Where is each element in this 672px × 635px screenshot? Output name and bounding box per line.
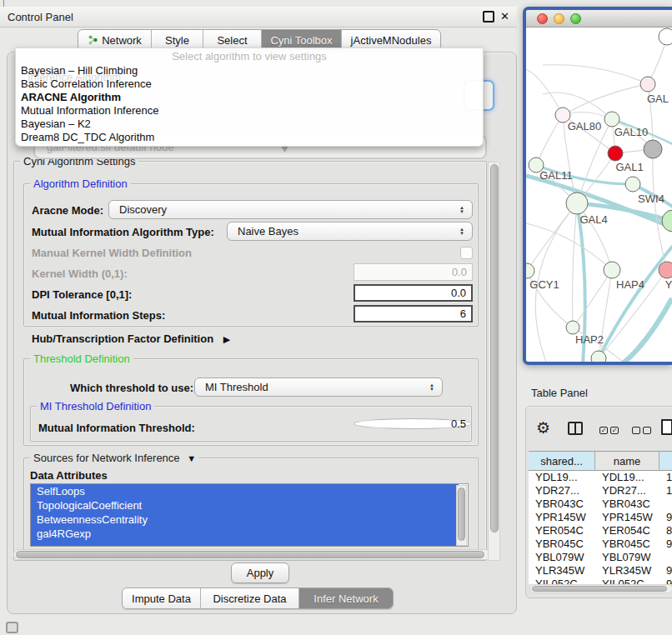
close-panel-icon[interactable]: ✕ <box>500 12 509 21</box>
algorithm-option-basic-correlation-inference[interactable]: Basic Correlation Inference <box>16 78 483 91</box>
table-horizontal-scrollbar[interactable] <box>529 584 672 593</box>
tab-infer-network[interactable]: Infer Network <box>299 588 393 608</box>
network-edge[interactable] <box>573 270 612 328</box>
network-window-titlebar[interactable] <box>526 10 672 28</box>
tab-discretize-data[interactable]: Discretize Data <box>201 588 299 608</box>
aracne-mode-select[interactable]: Discovery ▲▼ <box>108 200 473 219</box>
mi-threshold-field[interactable]: 0.5 <box>354 418 472 429</box>
table-row[interactable]: YBR045CYBR045C9. <box>529 538 672 551</box>
tab-impute-data[interactable]: Impute Data <box>123 588 201 608</box>
split-columns-icon[interactable] <box>568 422 583 435</box>
manual-kernel-width-checkbox[interactable] <box>460 247 473 259</box>
table-cell: YIL052C <box>529 578 595 584</box>
restore-panel-icon[interactable] <box>6 622 18 633</box>
which-threshold-value: MI Threshold <box>195 381 429 393</box>
network-edge[interactable] <box>526 223 612 270</box>
network-edge[interactable] <box>653 149 667 270</box>
table-cell: YIL052C <box>595 578 659 584</box>
algorithm-option-dream8-dc-tdc-algorithm[interactable]: Dream8 DC_TDC Algorithm <box>16 131 483 144</box>
deselect-all-columns-icon[interactable] <box>632 427 651 434</box>
network-canvas[interactable]: GALGAL80GAL10GAL1GAL11SWI4GAL4GCY1HAP4YH… <box>526 28 672 362</box>
network-graph[interactable]: GALGAL80GAL10GAL1GAL11SWI4GAL4GCY1HAP4YH… <box>526 28 672 362</box>
network-node-swi4[interactable] <box>625 177 640 192</box>
mi-algorithm-type-label: Mutual Information Algorithm Type: <box>32 226 214 238</box>
attribute-item-betweennesscentrality[interactable]: BetweennessCentrality <box>31 512 459 527</box>
control-panel-title: Control Panel <box>0 11 483 23</box>
algorithm-option-bayesian-hill-climbing[interactable]: Bayesian – Hill Climbing <box>16 64 483 78</box>
column-header-a[interactable]: A <box>659 452 672 470</box>
network-node-gal10[interactable] <box>604 112 619 127</box>
manual-kernel-width-label: Manual Kernel Width Definition <box>32 247 192 259</box>
minimize-window-icon[interactable] <box>554 13 564 24</box>
table-row[interactable]: YDR27...YDR27...12 <box>529 484 672 498</box>
data-attributes-list[interactable]: SelfLoopsTopologicalCoefficientBetweenne… <box>30 483 469 547</box>
network-node[interactable] <box>659 28 672 45</box>
dpi-tolerance-field[interactable]: 0.0 <box>354 284 473 302</box>
table-cell: YLR345W <box>595 564 659 578</box>
combo-arrows-icon: ▲▼ <box>429 383 434 392</box>
column-header-shared[interactable]: shared... <box>529 452 595 470</box>
application-root: Control Panel ✕ NetworkStyleSelectCyni T… <box>0 0 672 635</box>
kernel-width-field[interactable]: 0.0 <box>354 263 473 281</box>
settings-vertical-scrollbar[interactable] <box>488 162 500 561</box>
network-edge[interactable] <box>573 203 577 328</box>
mi-algorithm-type-select[interactable]: Naive Bayes ▲▼ <box>227 222 473 241</box>
sources-group-title[interactable]: Sources for Network Inference ▼ <box>30 452 199 464</box>
settings-horizontal-scrollbar[interactable] <box>13 549 494 560</box>
network-edge[interactable] <box>622 298 672 362</box>
network-edge[interactable] <box>543 65 648 84</box>
hub-definition-toggle[interactable]: Hub/Transcription Factor Definition ▶ <box>32 332 230 345</box>
table-row[interactable]: YBR043CYBR043C <box>529 498 672 511</box>
network-node-gal1[interactable] <box>608 146 623 161</box>
network-node-y[interactable] <box>659 262 672 278</box>
attribute-item-selfloops[interactable]: SelfLoops <box>31 484 459 498</box>
table-settings-gear-icon[interactable]: ⚙ <box>536 420 550 436</box>
table-cell: YBR045C <box>529 538 595 551</box>
network-node-hap2[interactable] <box>566 321 579 334</box>
algorithm-option-aracne-algorithm[interactable]: ARACNE Algorithm <box>16 91 483 104</box>
table-cell: YLR345W <box>529 564 595 578</box>
network-node-hap4[interactable] <box>604 262 620 278</box>
node-table: shared...nameA YDL19...YDL19...13YDR27..… <box>529 451 672 584</box>
attribute-item-gal4rgexp[interactable]: gal4RGexp <box>31 527 459 541</box>
network-node[interactable] <box>644 140 662 158</box>
node-label-gal11: GAL11 <box>539 169 573 182</box>
tab-label: Network <box>102 34 142 47</box>
algorithm-definition-title: Algorithm Definition <box>30 178 131 190</box>
table-cell: YBR043C <box>595 498 659 511</box>
network-edge[interactable] <box>536 115 563 165</box>
network-node[interactable] <box>662 210 672 232</box>
which-threshold-select[interactable]: MI Threshold ▲▼ <box>194 378 443 397</box>
table-row[interactable]: YIL052CYIL052C9. <box>529 578 672 584</box>
mi-steps-field[interactable]: 6 <box>354 305 473 322</box>
network-node[interactable] <box>591 351 606 362</box>
tab-label: jActiveMNodules <box>351 34 432 47</box>
table-row[interactable]: YPR145WYPR145W9. <box>529 511 672 524</box>
select-all-columns-icon[interactable]: ✓✓ <box>599 427 619 434</box>
table-cell: YER054C <box>595 524 659 538</box>
table-row[interactable]: YBL079WYBL079W <box>529 551 672 564</box>
combo-arrows-icon: ▲▼ <box>459 228 464 236</box>
list-vertical-scrollbar[interactable] <box>456 485 467 546</box>
algorithm-option-mutual-information-inference[interactable]: Mutual Information Inference <box>16 104 483 118</box>
node-label-gal4: GAL4 <box>579 213 607 226</box>
network-edge[interactable] <box>563 84 648 115</box>
network-node-gal4[interactable] <box>566 192 588 214</box>
zoom-window-icon[interactable] <box>570 13 581 24</box>
algorithm-option-bayesian-k2[interactable]: Bayesian – K2 <box>16 118 483 131</box>
node-label-swi4: SWI4 <box>638 192 664 205</box>
attribute-item-topologicalcoefficient[interactable]: TopologicalCoefficient <box>31 498 459 512</box>
table-row[interactable]: YLR345WYLR345W9. <box>529 564 672 578</box>
combo-arrows-icon: ▲▼ <box>459 206 464 214</box>
float-panel-icon[interactable] <box>483 11 494 22</box>
column-header-name[interactable]: name <box>595 452 659 470</box>
close-window-icon[interactable] <box>537 13 548 24</box>
table-row[interactable]: YDL19...YDL19...13 <box>529 471 672 484</box>
network-node-gcy1[interactable] <box>526 263 534 278</box>
apply-button[interactable]: Apply <box>231 562 289 583</box>
list-item-partial[interactable] <box>31 541 459 547</box>
new-table-icon[interactable] <box>661 419 672 435</box>
table-row[interactable]: YER054CYER054C8. <box>529 524 672 538</box>
network-edge[interactable] <box>527 203 577 271</box>
network-node-gal[interactable] <box>640 77 655 92</box>
